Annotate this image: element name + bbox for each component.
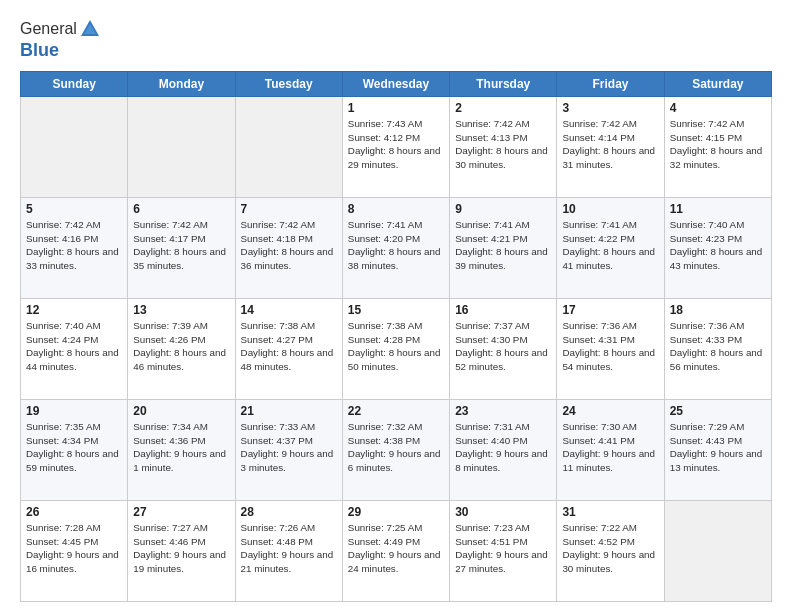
cell-content: Sunrise: 7:32 AMSunset: 4:38 PMDaylight:… bbox=[348, 420, 444, 475]
calendar-cell: 21Sunrise: 7:33 AMSunset: 4:37 PMDayligh… bbox=[235, 400, 342, 501]
day-number: 8 bbox=[348, 202, 444, 216]
calendar-cell: 20Sunrise: 7:34 AMSunset: 4:36 PMDayligh… bbox=[128, 400, 235, 501]
calendar-cell: 12Sunrise: 7:40 AMSunset: 4:24 PMDayligh… bbox=[21, 299, 128, 400]
calendar-cell: 5Sunrise: 7:42 AMSunset: 4:16 PMDaylight… bbox=[21, 198, 128, 299]
day-number: 22 bbox=[348, 404, 444, 418]
calendar-cell: 29Sunrise: 7:25 AMSunset: 4:49 PMDayligh… bbox=[342, 501, 449, 602]
day-number: 2 bbox=[455, 101, 551, 115]
weekday-tuesday: Tuesday bbox=[235, 72, 342, 97]
week-row-1: 1Sunrise: 7:43 AMSunset: 4:12 PMDaylight… bbox=[21, 97, 772, 198]
calendar-cell: 11Sunrise: 7:40 AMSunset: 4:23 PMDayligh… bbox=[664, 198, 771, 299]
day-number: 25 bbox=[670, 404, 766, 418]
day-number: 29 bbox=[348, 505, 444, 519]
cell-content: Sunrise: 7:42 AMSunset: 4:14 PMDaylight:… bbox=[562, 117, 658, 172]
cell-content: Sunrise: 7:37 AMSunset: 4:30 PMDaylight:… bbox=[455, 319, 551, 374]
cell-content: Sunrise: 7:25 AMSunset: 4:49 PMDaylight:… bbox=[348, 521, 444, 576]
week-row-5: 26Sunrise: 7:28 AMSunset: 4:45 PMDayligh… bbox=[21, 501, 772, 602]
weekday-thursday: Thursday bbox=[450, 72, 557, 97]
calendar-cell: 26Sunrise: 7:28 AMSunset: 4:45 PMDayligh… bbox=[21, 501, 128, 602]
day-number: 18 bbox=[670, 303, 766, 317]
day-number: 31 bbox=[562, 505, 658, 519]
week-row-4: 19Sunrise: 7:35 AMSunset: 4:34 PMDayligh… bbox=[21, 400, 772, 501]
calendar-cell: 6Sunrise: 7:42 AMSunset: 4:17 PMDaylight… bbox=[128, 198, 235, 299]
cell-content: Sunrise: 7:31 AMSunset: 4:40 PMDaylight:… bbox=[455, 420, 551, 475]
day-number: 19 bbox=[26, 404, 122, 418]
logo: General Blue bbox=[20, 18, 101, 61]
logo-general-text: General bbox=[20, 20, 77, 38]
day-number: 5 bbox=[26, 202, 122, 216]
calendar-cell: 31Sunrise: 7:22 AMSunset: 4:52 PMDayligh… bbox=[557, 501, 664, 602]
cell-content: Sunrise: 7:42 AMSunset: 4:13 PMDaylight:… bbox=[455, 117, 551, 172]
week-row-2: 5Sunrise: 7:42 AMSunset: 4:16 PMDaylight… bbox=[21, 198, 772, 299]
day-number: 24 bbox=[562, 404, 658, 418]
weekday-sunday: Sunday bbox=[21, 72, 128, 97]
page: General Blue SundayMondayTuesdayWednesda… bbox=[0, 0, 792, 612]
calendar-cell: 4Sunrise: 7:42 AMSunset: 4:15 PMDaylight… bbox=[664, 97, 771, 198]
day-number: 23 bbox=[455, 404, 551, 418]
calendar-cell: 17Sunrise: 7:36 AMSunset: 4:31 PMDayligh… bbox=[557, 299, 664, 400]
calendar-cell: 8Sunrise: 7:41 AMSunset: 4:20 PMDaylight… bbox=[342, 198, 449, 299]
cell-content: Sunrise: 7:22 AMSunset: 4:52 PMDaylight:… bbox=[562, 521, 658, 576]
calendar-cell bbox=[235, 97, 342, 198]
weekday-friday: Friday bbox=[557, 72, 664, 97]
cell-content: Sunrise: 7:29 AMSunset: 4:43 PMDaylight:… bbox=[670, 420, 766, 475]
cell-content: Sunrise: 7:38 AMSunset: 4:27 PMDaylight:… bbox=[241, 319, 337, 374]
week-row-3: 12Sunrise: 7:40 AMSunset: 4:24 PMDayligh… bbox=[21, 299, 772, 400]
day-number: 6 bbox=[133, 202, 229, 216]
day-number: 26 bbox=[26, 505, 122, 519]
day-number: 30 bbox=[455, 505, 551, 519]
calendar-cell: 14Sunrise: 7:38 AMSunset: 4:27 PMDayligh… bbox=[235, 299, 342, 400]
logo-blue-text: Blue bbox=[20, 40, 101, 61]
calendar-cell: 28Sunrise: 7:26 AMSunset: 4:48 PMDayligh… bbox=[235, 501, 342, 602]
calendar-cell: 27Sunrise: 7:27 AMSunset: 4:46 PMDayligh… bbox=[128, 501, 235, 602]
cell-content: Sunrise: 7:42 AMSunset: 4:16 PMDaylight:… bbox=[26, 218, 122, 273]
cell-content: Sunrise: 7:40 AMSunset: 4:24 PMDaylight:… bbox=[26, 319, 122, 374]
day-number: 28 bbox=[241, 505, 337, 519]
calendar-cell: 16Sunrise: 7:37 AMSunset: 4:30 PMDayligh… bbox=[450, 299, 557, 400]
day-number: 21 bbox=[241, 404, 337, 418]
day-number: 14 bbox=[241, 303, 337, 317]
calendar-cell: 25Sunrise: 7:29 AMSunset: 4:43 PMDayligh… bbox=[664, 400, 771, 501]
logo-icon bbox=[79, 18, 101, 40]
cell-content: Sunrise: 7:42 AMSunset: 4:17 PMDaylight:… bbox=[133, 218, 229, 273]
calendar-cell: 22Sunrise: 7:32 AMSunset: 4:38 PMDayligh… bbox=[342, 400, 449, 501]
day-number: 12 bbox=[26, 303, 122, 317]
calendar-cell: 7Sunrise: 7:42 AMSunset: 4:18 PMDaylight… bbox=[235, 198, 342, 299]
day-number: 17 bbox=[562, 303, 658, 317]
cell-content: Sunrise: 7:41 AMSunset: 4:22 PMDaylight:… bbox=[562, 218, 658, 273]
calendar-cell: 2Sunrise: 7:42 AMSunset: 4:13 PMDaylight… bbox=[450, 97, 557, 198]
header: General Blue bbox=[20, 18, 772, 61]
day-number: 3 bbox=[562, 101, 658, 115]
cell-content: Sunrise: 7:42 AMSunset: 4:18 PMDaylight:… bbox=[241, 218, 337, 273]
cell-content: Sunrise: 7:34 AMSunset: 4:36 PMDaylight:… bbox=[133, 420, 229, 475]
cell-content: Sunrise: 7:30 AMSunset: 4:41 PMDaylight:… bbox=[562, 420, 658, 475]
calendar-cell: 1Sunrise: 7:43 AMSunset: 4:12 PMDaylight… bbox=[342, 97, 449, 198]
calendar-cell: 10Sunrise: 7:41 AMSunset: 4:22 PMDayligh… bbox=[557, 198, 664, 299]
day-number: 16 bbox=[455, 303, 551, 317]
cell-content: Sunrise: 7:33 AMSunset: 4:37 PMDaylight:… bbox=[241, 420, 337, 475]
cell-content: Sunrise: 7:41 AMSunset: 4:20 PMDaylight:… bbox=[348, 218, 444, 273]
day-number: 11 bbox=[670, 202, 766, 216]
day-number: 1 bbox=[348, 101, 444, 115]
cell-content: Sunrise: 7:39 AMSunset: 4:26 PMDaylight:… bbox=[133, 319, 229, 374]
cell-content: Sunrise: 7:41 AMSunset: 4:21 PMDaylight:… bbox=[455, 218, 551, 273]
day-number: 15 bbox=[348, 303, 444, 317]
cell-content: Sunrise: 7:36 AMSunset: 4:33 PMDaylight:… bbox=[670, 319, 766, 374]
calendar-cell: 30Sunrise: 7:23 AMSunset: 4:51 PMDayligh… bbox=[450, 501, 557, 602]
calendar-cell: 13Sunrise: 7:39 AMSunset: 4:26 PMDayligh… bbox=[128, 299, 235, 400]
cell-content: Sunrise: 7:28 AMSunset: 4:45 PMDaylight:… bbox=[26, 521, 122, 576]
calendar-cell bbox=[21, 97, 128, 198]
calendar-table: SundayMondayTuesdayWednesdayThursdayFrid… bbox=[20, 71, 772, 602]
cell-content: Sunrise: 7:27 AMSunset: 4:46 PMDaylight:… bbox=[133, 521, 229, 576]
cell-content: Sunrise: 7:38 AMSunset: 4:28 PMDaylight:… bbox=[348, 319, 444, 374]
day-number: 13 bbox=[133, 303, 229, 317]
calendar-cell bbox=[128, 97, 235, 198]
cell-content: Sunrise: 7:26 AMSunset: 4:48 PMDaylight:… bbox=[241, 521, 337, 576]
cell-content: Sunrise: 7:35 AMSunset: 4:34 PMDaylight:… bbox=[26, 420, 122, 475]
calendar-cell: 18Sunrise: 7:36 AMSunset: 4:33 PMDayligh… bbox=[664, 299, 771, 400]
calendar-cell: 19Sunrise: 7:35 AMSunset: 4:34 PMDayligh… bbox=[21, 400, 128, 501]
day-number: 9 bbox=[455, 202, 551, 216]
calendar-cell: 15Sunrise: 7:38 AMSunset: 4:28 PMDayligh… bbox=[342, 299, 449, 400]
day-number: 7 bbox=[241, 202, 337, 216]
day-number: 20 bbox=[133, 404, 229, 418]
